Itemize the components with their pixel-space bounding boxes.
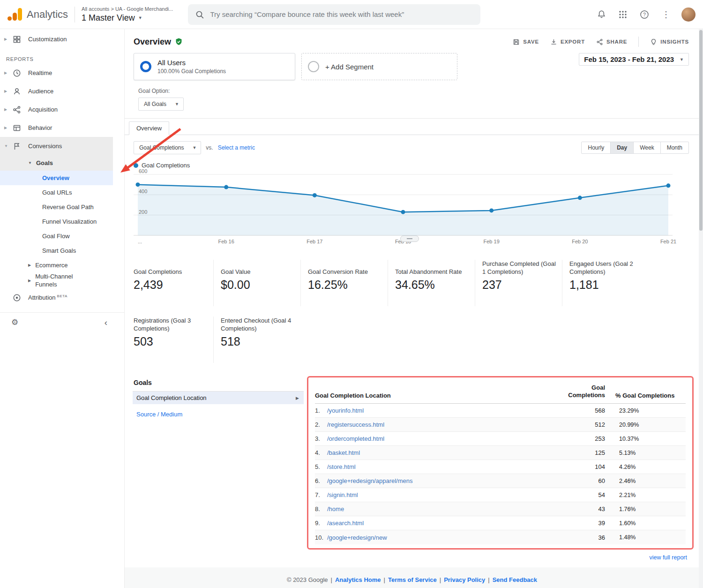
metric-card-registrations[interactable]: Registrations (Goal 3 Completions) 503 bbox=[134, 317, 214, 363]
granularity-hourly-button[interactable]: Hourly bbox=[581, 142, 611, 154]
granularity-month-button[interactable]: Month bbox=[660, 142, 689, 154]
metric-card-purchase-completed[interactable]: Purchase Completed (Goal 1 Completions) … bbox=[482, 260, 562, 306]
tab-overview[interactable]: Overview bbox=[129, 121, 169, 135]
goal-url-link[interactable]: /basket.html bbox=[327, 449, 561, 456]
insights-button[interactable]: INSIGHTS bbox=[650, 38, 689, 45]
segment-ring-icon bbox=[308, 61, 319, 72]
segment-all-users[interactable]: All Users 100.00% Goal Completions bbox=[134, 53, 295, 80]
metric-card-engaged-users[interactable]: Engaged Users (Goal 2 Completions) 1,181 bbox=[569, 260, 650, 306]
sidebar-item-conversions[interactable]: ▼ Conversions bbox=[0, 137, 113, 155]
goal-url-link[interactable]: /registersuccess.html bbox=[327, 421, 561, 428]
footer-separator: | bbox=[488, 576, 489, 583]
search-icon bbox=[195, 10, 204, 19]
sidebar-item-customization[interactable]: ▶ Customization bbox=[0, 30, 124, 48]
table-row: 9. /asearch.html 39 1.60% bbox=[315, 516, 686, 530]
share-label: SHARE bbox=[606, 39, 627, 45]
sidebar-item-goals-overview[interactable]: Overview bbox=[0, 171, 113, 185]
column-header-location[interactable]: Goal Completion Location bbox=[315, 392, 561, 399]
granularity-day-button[interactable]: Day bbox=[610, 142, 634, 154]
share-button[interactable]: SHARE bbox=[596, 38, 627, 45]
footer-link-feedback[interactable]: Send Feedback bbox=[493, 576, 537, 583]
sidebar-item-goal-flow[interactable]: Goal Flow bbox=[0, 229, 113, 243]
metric-card-total-abandonment-rate[interactable]: Total Abandonment Rate 34.65% bbox=[395, 260, 475, 306]
chevron-down-icon: ▼ bbox=[4, 144, 10, 148]
sidebar-item-multichannel-funnels[interactable]: ▶ Multi-Channel Funnels bbox=[0, 272, 124, 288]
chart-scrubber[interactable] bbox=[400, 235, 419, 242]
goals-panel-header: Goals bbox=[133, 376, 304, 392]
help-icon[interactable]: ? bbox=[636, 6, 653, 23]
goal-url-link[interactable]: /store.html bbox=[327, 463, 561, 470]
save-button[interactable]: SAVE bbox=[513, 38, 539, 45]
view-full-report-link[interactable]: view full report bbox=[649, 554, 687, 561]
sidebar-item-goal-urls[interactable]: Goal URLs bbox=[0, 185, 113, 200]
sidebar-item-goals[interactable]: ▼ Goals bbox=[0, 155, 113, 171]
collapse-sidebar-icon[interactable]: ‹ bbox=[105, 317, 107, 328]
goal-url-link[interactable]: /google+redesign/apparel/mens bbox=[327, 477, 561, 484]
sidebar-item-funnel-visualization[interactable]: Funnel Visualization bbox=[0, 214, 113, 229]
analytics-logo[interactable]: Analytics bbox=[7, 8, 68, 21]
chevron-right-icon: ▶ bbox=[4, 126, 10, 130]
sidebar-item-audience[interactable]: ▶ Audience bbox=[0, 82, 124, 100]
metric-card-entered-checkout[interactable]: Entered Checkout (Goal 4 Completions) 51… bbox=[221, 317, 301, 363]
clock-icon bbox=[13, 69, 21, 77]
dimension-source-medium[interactable]: Source / Medium bbox=[133, 411, 304, 418]
more-options-icon[interactable]: ⋮ bbox=[657, 6, 675, 23]
metric-card-goal-conversion-rate[interactable]: Goal Conversion Rate 16.25% bbox=[308, 260, 388, 306]
notifications-bell-icon[interactable] bbox=[592, 6, 610, 23]
apps-grid-icon[interactable] bbox=[614, 6, 632, 23]
percent-value: 1.60% bbox=[619, 520, 636, 527]
date-range-picker[interactable]: Feb 15, 2023 - Feb 21, 2023 ▼ bbox=[579, 53, 689, 66]
sidebar-item-attribution[interactable]: AttributionBETA bbox=[0, 288, 124, 307]
completions-value: 253 bbox=[561, 435, 605, 442]
chart-plot bbox=[134, 173, 673, 236]
goal-url-link[interactable]: /google+redesign/new bbox=[327, 534, 561, 541]
main-content: Overview SAVE EXPORT SHARE INSIGHTS bbox=[125, 29, 699, 588]
add-segment-button[interactable]: + Add Segment bbox=[301, 53, 457, 80]
granularity-week-button[interactable]: Week bbox=[633, 142, 660, 154]
dimension-goal-completion-location[interactable]: Goal Completion Location ▶ bbox=[133, 392, 304, 404]
goal-url-link[interactable]: /home bbox=[327, 505, 561, 513]
goal-url-link[interactable]: /ordercompleted.html bbox=[327, 435, 561, 442]
chevron-right-icon: ▶ bbox=[28, 279, 31, 283]
view-selector[interactable]: 1 Master View ▼ bbox=[82, 13, 173, 23]
sidebar-item-acquisition[interactable]: ▶ Acquisition bbox=[0, 100, 124, 119]
app-name: Analytics bbox=[27, 8, 68, 21]
footer-link-terms[interactable]: Terms of Service bbox=[388, 576, 437, 583]
goal-url-link[interactable]: /signin.html bbox=[327, 491, 561, 498]
nav-label: Acquisition bbox=[28, 106, 58, 113]
export-button[interactable]: EXPORT bbox=[550, 38, 585, 45]
gear-icon[interactable]: ⚙ bbox=[11, 317, 18, 327]
sparkline-chart bbox=[308, 295, 381, 306]
sidebar-item-behavior[interactable]: ▶ Behavior bbox=[0, 119, 124, 137]
nav-label: Realtime bbox=[28, 69, 52, 76]
footer-link-privacy[interactable]: Privacy Policy bbox=[444, 576, 485, 583]
search-input[interactable] bbox=[210, 10, 473, 18]
metric-card-goal-value[interactable]: Goal Value $0.00 bbox=[221, 260, 301, 306]
column-header-completions[interactable]: Goal Completions bbox=[561, 384, 605, 399]
avatar[interactable] bbox=[681, 8, 696, 22]
account-breadcrumb[interactable]: All accounts > UA - Google Merchandi... bbox=[82, 6, 173, 12]
metric-title: Goal Completions bbox=[134, 260, 208, 276]
sidebar-item-realtime[interactable]: ▶ Realtime bbox=[0, 64, 124, 82]
sidebar-item-ecommerce[interactable]: ▶ Ecommerce bbox=[0, 258, 124, 272]
completions-value: 43 bbox=[561, 505, 605, 513]
metric-card-goal-completions[interactable]: Goal Completions 2,439 bbox=[134, 260, 214, 306]
row-rank: 1. bbox=[315, 407, 327, 414]
scrollbar[interactable] bbox=[699, 29, 703, 588]
footer-link-analytics-home[interactable]: Analytics Home bbox=[335, 576, 381, 583]
goals-dimension-panel: Goals Goal Completion Location ▶ Source … bbox=[133, 376, 304, 418]
segment-title: All Users bbox=[157, 59, 226, 67]
goal-option-dropdown[interactable]: All Goals ▼ bbox=[138, 98, 184, 111]
goal-url-link[interactable]: /yourinfo.html bbox=[327, 407, 561, 414]
chevron-down-icon: ▼ bbox=[28, 161, 32, 165]
scrollbar-thumb[interactable] bbox=[699, 30, 703, 231]
goal-url-link[interactable]: /asearch.html bbox=[327, 520, 561, 527]
metric-dropdown[interactable]: Goal Completions ▼ bbox=[134, 141, 201, 154]
nav-label: Goal Flow bbox=[42, 233, 70, 240]
select-metric-link[interactable]: Select a metric bbox=[218, 144, 255, 151]
sidebar-item-smart-goals[interactable]: Smart Goals bbox=[0, 243, 113, 258]
sparkline-chart bbox=[395, 295, 469, 306]
search-bar[interactable] bbox=[188, 4, 480, 25]
column-header-percent[interactable]: % Goal Completions bbox=[615, 392, 686, 399]
sidebar-item-reverse-goal-path[interactable]: Reverse Goal Path bbox=[0, 200, 113, 214]
